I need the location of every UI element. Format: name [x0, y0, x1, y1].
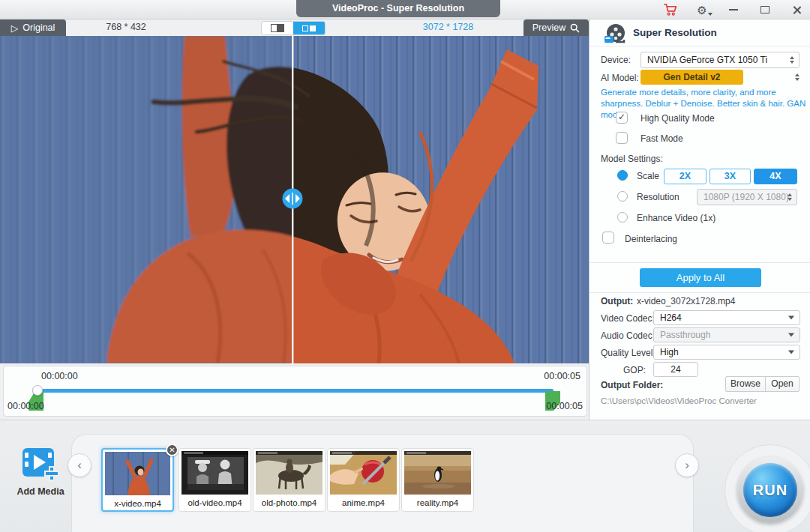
- check-icon: ✓: [618, 112, 626, 122]
- original-tab-label: Original: [22, 22, 55, 33]
- device-label: Device:: [601, 55, 631, 65]
- high-quality-label: High Quality Mode: [640, 113, 715, 124]
- audio-codec-caret-icon: [788, 333, 794, 337]
- timeline-end-time: 00:00:05: [544, 371, 580, 381]
- timeline-panel: 00:00:00 00:00:05 00:00:00 00:00:05: [3, 366, 587, 417]
- minimize-button[interactable]: [726, 3, 741, 16]
- scroll-right-button[interactable]: ›: [675, 453, 699, 477]
- preview-header: ▷ Original 768 * 432 3072 * 1728 Preview: [0, 19, 589, 36]
- scale-4x-button[interactable]: 4X: [754, 169, 797, 184]
- output-label: Output:: [601, 296, 633, 306]
- media-filename: old-photo.mp4: [256, 495, 322, 511]
- trim-end-time: 00:00:05: [546, 401, 583, 411]
- media-item-x-video[interactable]: x-video.mp4 ✕: [101, 448, 174, 512]
- media-bar: Add Media ‹ › x-video.mp4: [0, 420, 810, 532]
- timeline-start-time: 00:00:00: [41, 371, 78, 381]
- thumbnail-x-video: [105, 452, 170, 495]
- close-button[interactable]: [789, 3, 804, 16]
- split-view-button[interactable]: [293, 22, 325, 34]
- output-folder-path: C:\Users\pc\Videos\VideoProc Converter: [601, 396, 757, 405]
- quality-level-select[interactable]: High: [653, 345, 800, 360]
- resolution-label: Resolution: [637, 192, 680, 202]
- chevron-right-icon: ›: [685, 458, 689, 472]
- media-item-anime[interactable]: anime.mp4: [327, 448, 400, 512]
- scale-2x-button[interactable]: 2X: [664, 169, 706, 184]
- film-reel-icon: [602, 22, 628, 46]
- split-drag-handle[interactable]: [283, 189, 303, 209]
- video-codec-label: Video Codec:: [601, 313, 655, 324]
- gop-input[interactable]: 24: [653, 362, 698, 377]
- run-button[interactable]: RUN: [737, 457, 803, 523]
- enhance-label: Enhance Video (1x): [637, 213, 716, 223]
- run-button-label: RUN: [743, 463, 797, 517]
- media-filename: x-video.mp4: [105, 495, 170, 512]
- quality-caret-icon: [788, 351, 794, 354]
- video-codec-caret-icon: [788, 316, 794, 320]
- open-button[interactable]: Open: [765, 376, 800, 392]
- media-item-old-photo[interactable]: old-photo.mp4: [253, 448, 326, 512]
- playhead-handle[interactable]: [32, 385, 43, 396]
- thumbnail-old-photo: [256, 451, 322, 495]
- single-view-icon: [271, 24, 284, 32]
- media-filename: reality.mp4: [404, 495, 471, 511]
- output-resolution: 3072 * 1728: [409, 22, 488, 32]
- scale-3x-button[interactable]: 3X: [710, 169, 751, 184]
- output-filename: x-video_3072x1728.mp4: [637, 296, 735, 306]
- deinterlacing-label: Deinterlacing: [625, 234, 677, 244]
- chevron-left-icon: ‹: [77, 458, 82, 472]
- window-title: VideoProc - Super Resolution: [296, 0, 500, 17]
- tab-preview[interactable]: Preview: [524, 19, 589, 36]
- apply-to-all-button[interactable]: Apply to All: [640, 268, 761, 287]
- model-settings-label: Model Settings:: [601, 154, 663, 164]
- titlebar: VideoProc - Super Resolution ⚙: [0, 0, 810, 19]
- media-filename: anime.mp4: [330, 495, 397, 511]
- single-view-button[interactable]: [262, 22, 293, 34]
- browse-button[interactable]: Browse: [725, 376, 766, 392]
- play-icon: ▷: [11, 22, 19, 34]
- magnifier-icon: [570, 23, 580, 33]
- videoproc-window: VideoProc - Super Resolution ⚙ ▷ Origina…: [0, 0, 810, 532]
- maximize-button[interactable]: [758, 3, 772, 16]
- enhance-radio[interactable]: [617, 212, 628, 223]
- thumbnail-old-video: [182, 451, 248, 495]
- media-item-old-video[interactable]: old-video.mp4: [178, 448, 251, 512]
- fast-mode-checkbox[interactable]: [616, 132, 628, 144]
- original-resolution: 768 * 432: [88, 22, 164, 32]
- media-item-reality[interactable]: reality.mp4: [401, 448, 474, 512]
- resolution-spinner-icon: [788, 193, 792, 201]
- audio-codec-label: Audio Codec:: [601, 330, 655, 341]
- add-media-icon: [20, 446, 61, 482]
- panel-title: Super Resolution: [633, 27, 717, 38]
- thumbnail-reality: [404, 451, 471, 495]
- settings-gear-icon[interactable]: ⚙: [694, 3, 710, 16]
- gear-caret-icon: [708, 13, 712, 16]
- compare-view-toggle: [261, 21, 326, 35]
- remove-media-button[interactable]: ✕: [166, 444, 178, 456]
- scroll-left-button[interactable]: ‹: [68, 453, 92, 477]
- device-spinner-icon[interactable]: [790, 56, 794, 64]
- quality-level-label: Quality Level:: [601, 348, 656, 358]
- video-preview: [0, 36, 589, 363]
- split-view-icon: [302, 25, 316, 31]
- add-media-button[interactable]: Add Media: [10, 446, 70, 497]
- device-select[interactable]: NVIDIA GeForce GTX 1050 Ti: [640, 52, 800, 68]
- thumbnail-anime: [330, 451, 397, 495]
- ai-model-spinner-icon[interactable]: [795, 73, 800, 81]
- timeline-section: 00:00:00 00:00:05 00:00:00 00:00:05: [0, 363, 589, 420]
- deinterlacing-checkbox[interactable]: [602, 232, 614, 244]
- resolution-select[interactable]: 1080P (1920 X 1080): [697, 189, 797, 205]
- cart-icon[interactable]: [663, 3, 678, 16]
- add-media-label: Add Media: [10, 486, 70, 497]
- settings-panel: Super Resolution Device: NVIDIA GeForce …: [589, 19, 810, 420]
- fast-mode-label: Fast Mode: [640, 133, 683, 144]
- ai-model-value-badge[interactable]: Gen Detail v2: [640, 70, 743, 85]
- timeline-track[interactable]: [37, 389, 554, 393]
- gop-label: GOP:: [623, 365, 646, 375]
- high-quality-checkbox[interactable]: ✓: [616, 112, 628, 124]
- audio-codec-select[interactable]: Passthrough: [653, 327, 800, 342]
- close-icon: ✕: [169, 446, 175, 454]
- tab-original[interactable]: ▷ Original: [0, 19, 66, 36]
- resolution-radio[interactable]: [617, 191, 628, 202]
- video-codec-select[interactable]: H264: [653, 310, 800, 325]
- trim-start-time: 00:00:00: [8, 401, 44, 411]
